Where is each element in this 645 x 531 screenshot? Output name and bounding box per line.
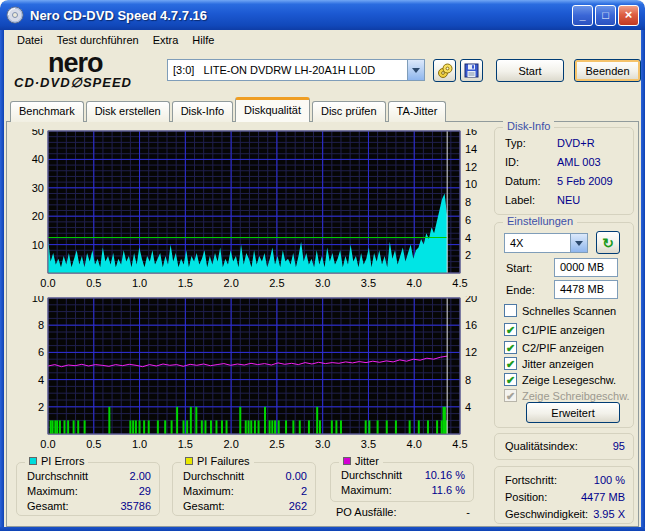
tab-benchmark[interactable]: Benchmark [10, 101, 84, 122]
save-button[interactable] [460, 59, 483, 82]
svg-text:4: 4 [38, 374, 44, 386]
advanced-button[interactable]: Erweitert [526, 402, 620, 423]
app-window: Nero CD-DVD Speed 4.7.7.16 _ □ × Datei T… [0, 0, 645, 531]
checkbox-schnelles-scannen[interactable]: Schnelles Scannen [504, 304, 616, 317]
start-button[interactable]: Start [496, 59, 564, 82]
po-failures-row: PO Ausfälle: - [336, 506, 470, 518]
checkbox-jitter[interactable]: ✔Jitter anzeigen [504, 357, 594, 370]
checkbox-lesegeschw[interactable]: ✔Zeige Lesegeschw. [504, 373, 616, 386]
tab-disc-pruefen[interactable]: Disc prüfen [312, 101, 386, 122]
svg-text:40: 40 [32, 153, 44, 165]
svg-text:6: 6 [38, 346, 44, 358]
speed-select-arrow[interactable] [570, 234, 587, 252]
svg-text:8: 8 [38, 319, 44, 331]
window-border-right [641, 28, 645, 531]
svg-text:0.0: 0.0 [40, 438, 55, 450]
checkbox-icon: ✔ [504, 323, 517, 336]
jitter-box: Jitter Durchschnitt10.16 % Maximum:11.6 … [330, 462, 474, 502]
svg-text:8: 8 [465, 374, 471, 386]
minimize-button[interactable]: _ [572, 5, 593, 26]
stat-value: 262 [289, 500, 307, 512]
menu-datei[interactable]: Datei [10, 32, 50, 48]
quality-index-label: Qualitätsindex: [505, 440, 578, 452]
stat-value: 35786 [120, 500, 151, 512]
tab-ta-jitter[interactable]: TA-Jitter [388, 101, 447, 122]
tab-disk-erstellen[interactable]: Disk erstellen [86, 101, 170, 122]
svg-text:20: 20 [32, 210, 44, 222]
checkbox-label: Zeige Lesegeschw. [522, 374, 616, 386]
svg-text:20: 20 [465, 296, 477, 304]
stat-label: Durchschnitt [183, 470, 244, 482]
svg-text:3.0: 3.0 [315, 277, 330, 289]
pi-errors-box: PI Errors Durchschnitt2.00 Maximum:29 Ge… [16, 462, 160, 516]
disk-info-value: DVD+R [557, 137, 595, 149]
stat-value: 11.6 % [432, 484, 465, 496]
eject-disc-button[interactable] [433, 59, 456, 82]
disk-info-group: Disk-Info Typ:DVD+R ID:AML 003 Datum:5 F… [494, 127, 634, 215]
close-button[interactable]: × [618, 5, 639, 26]
svg-text:16: 16 [465, 129, 477, 137]
checkbox-c1-pie[interactable]: ✔C1/PIE anzeigen [504, 323, 605, 336]
pi-errors-title: PI Errors [25, 455, 88, 467]
pi-failures-title: PI Failures [181, 455, 254, 467]
svg-text:4.0: 4.0 [407, 277, 422, 289]
menu-test-durchfuehren[interactable]: Test durchführen [50, 32, 146, 48]
svg-text:3.5: 3.5 [361, 277, 376, 289]
start-field[interactable]: 0000 MB [554, 258, 618, 277]
pi-failures-box: PI Failures Durchschnitt0.00 Maximum:2 G… [172, 462, 316, 516]
jitter-title: Jitter [339, 455, 383, 467]
menu-hilfe[interactable]: Hilfe [185, 32, 221, 48]
svg-text:4.5: 4.5 [452, 438, 467, 450]
disk-info-label: Typ: [505, 137, 526, 149]
maximize-button[interactable]: □ [595, 5, 616, 26]
tab-disk-info[interactable]: Disk-Info [172, 101, 233, 122]
checkbox-label: Jitter anzeigen [522, 358, 594, 370]
svg-text:1.5: 1.5 [178, 277, 193, 289]
window-border-left [0, 28, 4, 531]
svg-text:1.0: 1.0 [132, 277, 147, 289]
stat-label: Durchschnitt [341, 469, 402, 481]
drive-select-arrow[interactable] [407, 60, 424, 80]
stat-label: Maximum: [27, 485, 78, 497]
save-icon [464, 63, 479, 78]
stat-value: 0.00 [286, 470, 307, 482]
checkbox-c2-pif[interactable]: ✔C2/PIF anzeigen [504, 341, 604, 354]
disk-info-label: Datum: [505, 175, 540, 187]
stat-value: 2.00 [130, 470, 151, 482]
quality-index-value: 95 [613, 440, 625, 452]
settings-title: Einstellungen [503, 215, 577, 227]
quit-button[interactable]: Beenden [574, 59, 641, 82]
menu-extra[interactable]: Extra [146, 32, 186, 48]
speed-select[interactable]: 4X [504, 233, 588, 253]
drive-select[interactable]: [3:0] LITE-ON DVDRW LH-20A1H LL0D [167, 59, 425, 81]
svg-text:10: 10 [465, 178, 477, 190]
progress-value: 100 % [594, 474, 625, 486]
jitter-legend-swatch [343, 457, 351, 465]
stat-value: 29 [139, 485, 151, 497]
tab-diskqualitaet[interactable]: Diskqualität [235, 97, 310, 122]
svg-text:8: 8 [465, 196, 471, 208]
disk-info-value: NEU [557, 194, 580, 206]
stat-label: Maximum: [183, 485, 234, 497]
checkbox-icon: ✔ [504, 341, 517, 354]
refresh-icon: ↻ [602, 235, 614, 251]
refresh-button[interactable]: ↻ [596, 231, 620, 254]
speed-select-value: 4X [505, 237, 570, 249]
svg-text:10: 10 [32, 296, 44, 304]
end-field[interactable]: 4478 MB [554, 280, 618, 299]
svg-text:0.0: 0.0 [40, 277, 55, 289]
stat-value: 10.16 % [425, 469, 465, 481]
stat-label: Durchschnitt [27, 470, 88, 482]
position-label: Position: [505, 491, 547, 503]
stat-label: Gesamt: [27, 500, 69, 512]
po-failures-value: - [466, 506, 470, 518]
cddvd-speed-logo: CD·DVD∅SPEED [14, 75, 132, 90]
svg-text:2.5: 2.5 [269, 438, 284, 450]
quality-index-box: Qualitätsindex: 95 [494, 433, 634, 460]
svg-text:14: 14 [465, 143, 477, 155]
checkbox-icon: ✔ [504, 373, 517, 386]
disk-info-label: Label: [505, 194, 535, 206]
pi-errors-chart: 10203040502468101214160.00.51.01.52.02.5… [26, 129, 484, 292]
checkbox-icon: ✔ [504, 389, 517, 402]
window-title: Nero CD-DVD Speed 4.7.7.16 [30, 8, 570, 23]
